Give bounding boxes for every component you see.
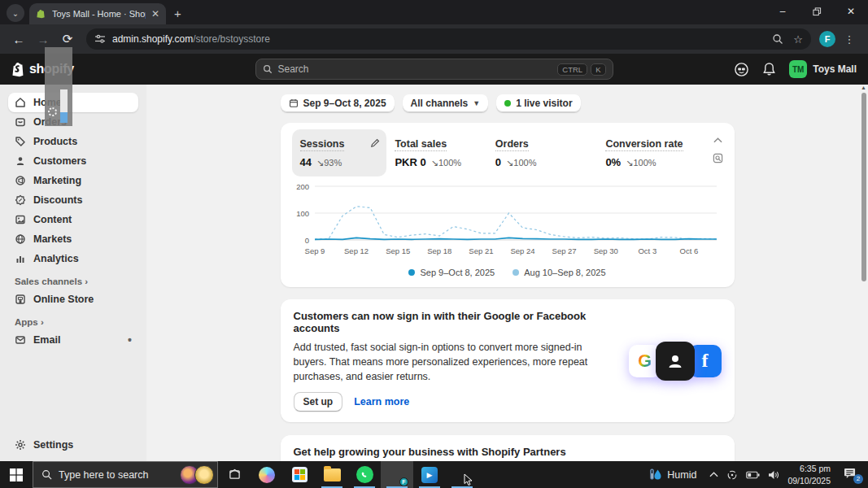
shopify-bag-icon	[11, 62, 25, 77]
legend-dot-current	[408, 269, 415, 276]
chrome-profile-badge: F	[399, 477, 408, 486]
notifications-bell-icon[interactable]	[762, 62, 776, 76]
tray-device-icon[interactable]	[726, 469, 738, 481]
metric-label: Sessions	[300, 138, 345, 151]
store-avatar: TM	[789, 60, 807, 78]
date-range-picker[interactable]: Sep 9–Oct 8, 2025	[281, 94, 395, 112]
file-explorer-button[interactable]	[316, 461, 348, 488]
tab-list-chevron-icon[interactable]: ⌄	[7, 4, 24, 22]
url-text[interactable]: admin.shopify.com/store/bstoysstore	[112, 33, 270, 45]
admin-search-bar[interactable]: Search CTRL K	[255, 59, 613, 80]
apps-section[interactable]: Apps ›	[8, 309, 138, 330]
browser-profile-avatar[interactable]: F	[819, 31, 835, 47]
signin-provider-icons: G f	[629, 342, 722, 381]
sidebar-item-online-store[interactable]: Online Store	[8, 290, 138, 309]
home-icon	[15, 97, 26, 108]
kbd-k: K	[591, 63, 605, 76]
sidekick-icon[interactable]	[734, 62, 749, 77]
channel-filter-label: All channels	[411, 98, 469, 109]
search-highlight-images[interactable]	[185, 465, 214, 485]
scrollbar-up-arrow[interactable]: ▲	[861, 85, 866, 90]
sidebar-item-label: Online Store	[33, 294, 94, 305]
battery-icon[interactable]	[746, 471, 760, 479]
edit-metric-icon[interactable]	[370, 137, 380, 151]
sidebar-item-label: Marketing	[33, 175, 81, 186]
card-title: Customers can now sign in with their Goo…	[294, 310, 617, 334]
windows-logo-icon	[10, 468, 23, 481]
metric-total-sales[interactable]: Total sales PKR 0 ↘100%	[386, 129, 486, 176]
restore-button[interactable]	[800, 0, 834, 23]
task-view-button[interactable]	[218, 461, 251, 488]
browser-menu-icon[interactable]: ⋮	[839, 28, 860, 50]
live-visitors-pill[interactable]: 1 live visitor	[496, 94, 580, 112]
sidebar-item-orders[interactable]: Orders	[8, 112, 138, 132]
learn-more-link[interactable]: Learn more	[354, 396, 409, 407]
search-icon	[41, 469, 52, 480]
site-settings-icon[interactable]	[94, 34, 106, 44]
shopify-favicon	[36, 9, 46, 20]
view-report-icon[interactable]	[713, 153, 723, 163]
collapse-chevron-icon[interactable]	[713, 137, 722, 143]
sidebar-item-label: Products	[33, 136, 77, 147]
close-window-button[interactable]: ✕	[834, 0, 868, 23]
minimize-button[interactable]: –	[765, 0, 800, 23]
metric-label: Total sales	[395, 138, 447, 151]
movies-tv-button[interactable]: ▶	[413, 461, 446, 488]
sales-channels-section[interactable]: Sales channels ›	[8, 268, 138, 290]
customer-account-icon	[656, 342, 695, 381]
set-up-button[interactable]: Set up	[294, 392, 343, 412]
metric-conversion-rate[interactable]: Conversion rate 0% ↘100%	[597, 129, 712, 176]
admin-body: Home Orders Products Customers Marketing…	[0, 85, 868, 461]
start-button[interactable]	[0, 461, 33, 488]
search-placeholder: Search	[278, 63, 309, 75]
window-controls: – ✕	[765, 0, 868, 24]
sidebar-item-label: Analytics	[33, 253, 79, 264]
customers-icon	[15, 155, 26, 167]
busy-spinner-icon	[48, 107, 57, 116]
browser-tab[interactable]: Toys Mall - Home · Shopify ✕	[29, 3, 166, 24]
channel-filter[interactable]: All channels ▼	[403, 94, 489, 112]
tab-close-icon[interactable]: ✕	[151, 8, 159, 20]
sidebar-item-home[interactable]: Home	[8, 93, 138, 112]
svg-text:Sep 9: Sep 9	[304, 246, 325, 255]
tray-expand-chevron-icon[interactable]	[709, 472, 718, 477]
store-account-button[interactable]: TM Toys Mall	[789, 60, 857, 78]
taskbar-clock[interactable]: 6:35 pm 09/10/2025	[787, 463, 831, 486]
chrome-button-active[interactable]: F	[381, 461, 413, 488]
metric-orders[interactable]: Orders 0 ↘100%	[487, 129, 598, 176]
sidebar-item-analytics[interactable]: Analytics	[8, 249, 138, 268]
whatsapp-button[interactable]	[348, 461, 381, 488]
new-tab-button[interactable]: +	[174, 7, 181, 20]
sidebar-item-discounts[interactable]: Discounts	[8, 190, 138, 210]
back-button[interactable]: ←	[8, 28, 29, 50]
kbd-ctrl: CTRL	[557, 63, 587, 76]
volume-icon[interactable]	[768, 470, 779, 480]
chrome-button-secondary[interactable]	[446, 461, 478, 488]
notification-center-button[interactable]: 2	[839, 468, 861, 482]
microsoft-store-button[interactable]	[283, 461, 316, 488]
sidebar-item-label: Customers	[33, 155, 86, 167]
search-icon	[263, 64, 273, 74]
legend-current-period: Sep 9–Oct 8, 2025	[408, 268, 495, 277]
windows-taskbar: Type here to search F ▶	[0, 461, 868, 488]
zoom-indicator-icon[interactable]	[772, 33, 783, 45]
bookmark-star-icon[interactable]: ☆	[793, 33, 803, 46]
copilot-button[interactable]	[251, 461, 283, 488]
taskbar-search-box[interactable]: Type here to search	[33, 461, 218, 488]
sidebar-item-customers[interactable]: Customers	[8, 151, 138, 171]
sidebar-item-marketing[interactable]: Marketing	[8, 171, 138, 190]
sidebar-item-products[interactable]: Products	[8, 132, 138, 151]
weather-widget[interactable]: Humid	[645, 468, 701, 481]
email-icon	[15, 334, 26, 346]
date-range-label: Sep 9–Oct 8, 2025	[303, 98, 386, 109]
metric-sessions[interactable]: Sessions 44 ↘93%	[292, 129, 387, 176]
address-bar[interactable]: admin.shopify.com/store/bstoysstore ☆	[86, 28, 811, 50]
page-scrollbar[interactable]	[861, 93, 866, 281]
sidebar-item-markets[interactable]: Markets	[8, 229, 138, 249]
settings-gear-icon	[15, 439, 26, 451]
sidebar-item-settings[interactable]: Settings	[8, 435, 138, 455]
metric-change: ↘100%	[626, 158, 656, 168]
sidebar-item-content[interactable]: Content	[8, 210, 138, 229]
sidebar-item-email[interactable]: Email •	[8, 330, 138, 350]
system-tray: Humid 6:35 pm 09/10/2025 2	[645, 461, 868, 488]
